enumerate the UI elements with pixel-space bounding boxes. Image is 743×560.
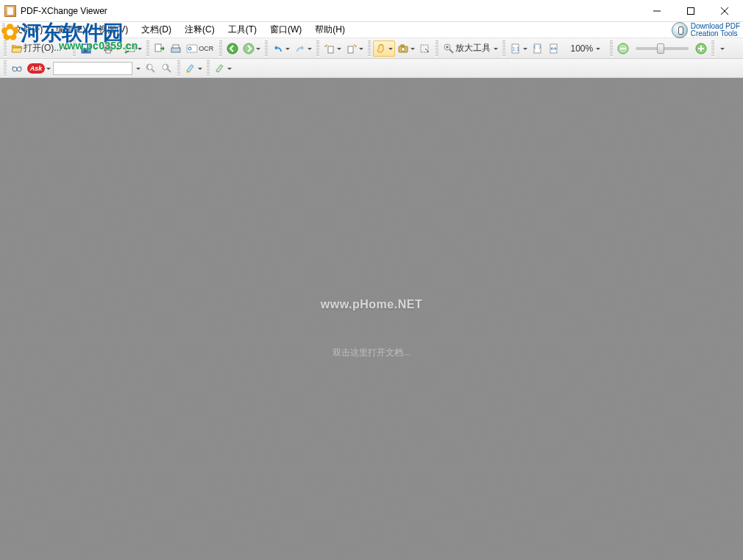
more-button[interactable] — [717, 40, 727, 57]
zoom-out-button[interactable] — [615, 40, 631, 57]
window-title: PDF-XChange Viewer — [21, 6, 107, 16]
toolbar-grip[interactable] — [436, 40, 438, 57]
toolbar-grip[interactable] — [2, 24, 5, 37]
hand-tool-button[interactable] — [373, 40, 395, 57]
minimize-button[interactable] — [640, 0, 674, 22]
menu-edit[interactable]: 编辑(E) — [49, 22, 92, 38]
find-prev-button[interactable] — [143, 60, 159, 77]
find-next-button[interactable] — [159, 60, 175, 77]
svg-point-14 — [243, 43, 254, 54]
redo-button[interactable] — [292, 40, 314, 57]
toolbar-grip[interactable] — [177, 60, 180, 77]
scan-icon — [170, 43, 182, 54]
fit-width-icon — [548, 43, 560, 54]
forward-button[interactable] — [241, 40, 263, 57]
maximize-button[interactable] — [674, 0, 708, 22]
ocr-icon — [186, 43, 198, 54]
redo-icon — [294, 43, 306, 54]
svg-rect-2 — [83, 45, 89, 48]
fit-width-button[interactable] — [546, 40, 562, 57]
toolbar-grip[interactable] — [711, 40, 714, 57]
glasses-button[interactable] — [9, 60, 25, 77]
forward-icon — [243, 43, 255, 54]
zoom-in-icon — [695, 43, 707, 54]
find-prev-icon — [145, 63, 157, 74]
menu-help[interactable]: 帮助(H) — [308, 22, 352, 38]
ocr-label: OCR — [198, 45, 215, 52]
actual-size-button[interactable]: 1:1 — [508, 40, 530, 57]
toolbar-grip[interactable] — [4, 40, 7, 57]
zoom-tool-label: 放大工具 — [455, 42, 492, 54]
main-toolbar: 打开(O)... OCR 放大工具 1:1 100% — [0, 38, 743, 59]
rotate-ccw-button[interactable] — [321, 40, 344, 57]
rotate-cw-icon — [346, 43, 358, 54]
back-icon — [227, 43, 238, 54]
zoom-slider-thumb[interactable] — [657, 43, 664, 54]
zoom-slider[interactable] — [636, 47, 689, 50]
mail-button[interactable] — [122, 40, 144, 57]
back-button[interactable] — [224, 40, 241, 57]
toolbar-grip[interactable] — [502, 40, 505, 57]
print-button[interactable] — [100, 40, 122, 57]
svg-rect-3 — [84, 49, 88, 52]
svg-rect-9 — [171, 48, 180, 52]
toolbar-grip[interactable] — [4, 60, 7, 77]
snapshot-button[interactable] — [395, 40, 417, 57]
toolbar-grip[interactable] — [316, 40, 319, 57]
svg-rect-8 — [155, 44, 161, 52]
open-label: 打开(O)... — [23, 42, 63, 54]
menu-view[interactable]: 视图(V) — [92, 22, 135, 38]
highlight-button[interactable] — [182, 60, 205, 77]
svg-text:1:1: 1:1 — [512, 46, 519, 52]
menu-document[interactable]: 文档(D) — [135, 22, 178, 38]
select-tool-button[interactable] — [417, 40, 433, 57]
menu-file[interactable]: 文件(F) — [7, 22, 49, 38]
ask-badge-icon: Ask — [27, 63, 45, 74]
undo-button[interactable] — [270, 40, 292, 57]
close-button[interactable] — [708, 0, 742, 22]
select-icon — [419, 43, 431, 54]
menu-window[interactable]: 窗口(W) — [263, 22, 308, 38]
document-viewport[interactable]: www.pHome.NET 双击这里打开文档... — [0, 78, 743, 560]
zoom-level-combo[interactable]: 100% — [562, 40, 608, 57]
highlight-more-button[interactable] — [212, 60, 234, 77]
toolbar-grip[interactable] — [610, 40, 613, 57]
rotate-cw-button[interactable] — [344, 40, 366, 57]
ask-button[interactable]: Ask — [25, 60, 53, 77]
zoom-in-button[interactable] — [693, 40, 709, 57]
export-button[interactable] — [152, 40, 168, 57]
save-button[interactable] — [78, 40, 100, 57]
fit-page-button[interactable] — [530, 40, 546, 57]
toolbar-grip[interactable] — [265, 40, 268, 57]
scan-button[interactable] — [168, 40, 184, 57]
search-input[interactable] — [53, 62, 132, 75]
hand-tool-icon — [375, 43, 387, 54]
print-icon — [102, 43, 114, 54]
download-label-line2: Creation Tools — [691, 30, 740, 38]
zoom-tool-button[interactable]: 放大工具 — [441, 40, 500, 57]
svg-rect-19 — [401, 45, 404, 46]
toolbar-grip[interactable] — [368, 40, 371, 57]
menu-comment[interactable]: 注释(C) — [178, 22, 221, 38]
snapshot-icon — [397, 43, 409, 54]
toolbar-grip[interactable] — [146, 40, 149, 57]
toolbar-grip[interactable] — [73, 40, 76, 57]
svg-rect-20 — [421, 45, 428, 52]
svg-rect-6 — [106, 50, 110, 53]
download-pdf-tools-button[interactable]: Download PDF Creation Tools — [672, 22, 740, 38]
svg-rect-15 — [328, 46, 333, 53]
ocr-button[interactable]: OCR — [184, 40, 217, 57]
toolbar-grip[interactable] — [219, 40, 222, 57]
search-options-button[interactable] — [132, 60, 143, 77]
open-button[interactable]: 打开(O)... — [9, 40, 71, 57]
app-icon — [4, 5, 16, 17]
menu-tools[interactable]: 工具(T) — [221, 22, 263, 38]
glasses-icon — [11, 63, 23, 74]
find-next-icon — [161, 63, 173, 74]
highlight-icon — [185, 63, 196, 74]
folder-open-icon — [11, 43, 23, 54]
svg-rect-5 — [106, 44, 110, 47]
svg-rect-16 — [348, 46, 353, 53]
toolbar-grip[interactable] — [207, 60, 210, 77]
mail-send-icon — [124, 43, 136, 54]
